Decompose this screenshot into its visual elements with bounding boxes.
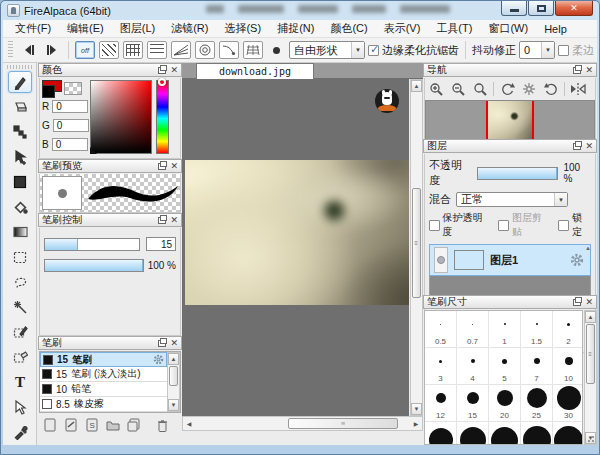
maximize-button[interactable]	[528, 1, 554, 16]
brush-row[interactable]: 15 笔刷	[40, 352, 167, 367]
scroll-up-icon[interactable]: ▲	[411, 80, 422, 92]
scroll-down-icon[interactable]: ▼	[168, 399, 179, 411]
brush-size-cell-partial[interactable]	[489, 422, 521, 445]
scroll-down-icon[interactable]: ▼	[411, 403, 422, 415]
brush-size-cell[interactable]: 1	[489, 311, 521, 348]
menu-select[interactable]: 选择(S)	[216, 19, 269, 38]
zoom-in-button[interactable]	[427, 81, 445, 97]
brush-size-cell[interactable]: 5	[489, 348, 521, 385]
close-panel-icon[interactable]: ✕	[585, 298, 593, 307]
menu-filter[interactable]: 滤镜(R)	[163, 19, 216, 38]
brush-list-scrollbar[interactable]: ▲ ▼	[167, 352, 180, 412]
float-panel-icon[interactable]	[158, 67, 166, 74]
g-input[interactable]: 0	[53, 119, 89, 132]
layer-row[interactable]: 图层1 ▲	[429, 244, 591, 276]
magic-wand-tool[interactable]	[8, 296, 32, 318]
brush-size-cell[interactable]: 7	[521, 348, 553, 385]
operation-tool[interactable]	[8, 396, 32, 418]
scrollbar-thumb[interactable]: ≡	[586, 324, 595, 384]
text-tool[interactable]: T	[8, 371, 32, 393]
close-panel-icon[interactable]: ✕	[170, 216, 178, 225]
select-pen-tool[interactable]	[8, 321, 32, 343]
brush-size-cell-partial[interactable]	[425, 422, 457, 445]
brush-size-scrollbar[interactable]: ▲ ≡ ▼	[584, 310, 597, 445]
canvas-vscrollbar[interactable]: ▲ ≡ ▼	[410, 79, 423, 416]
soft-edge-checkbox[interactable]: 柔边	[558, 43, 594, 58]
brush-size-cell[interactable]: 1.5	[521, 311, 553, 348]
lasso-tool[interactable]	[8, 271, 32, 293]
brush-size-cell[interactable]: 3	[425, 348, 457, 385]
document-tab[interactable]: download.jpg	[196, 63, 314, 79]
scrollbar-thumb[interactable]: ≡	[412, 188, 421, 298]
navigator-viewport[interactable]	[486, 101, 534, 139]
minimize-button[interactable]	[501, 1, 527, 16]
b-input[interactable]: 0	[52, 138, 88, 151]
lock-checkbox[interactable]: 锁定	[558, 211, 591, 239]
layer-opacity-slider[interactable]	[477, 167, 559, 180]
hue-slider[interactable]	[156, 80, 169, 154]
float-panel-icon[interactable]	[573, 299, 581, 306]
float-panel-icon[interactable]	[158, 217, 166, 224]
eyedropper-tool[interactable]	[8, 421, 32, 443]
scrollbar-thumb[interactable]	[169, 366, 178, 386]
redo-button[interactable]	[42, 41, 62, 59]
brush-opacity-slider[interactable]	[44, 259, 144, 272]
canvas-hscrollbar[interactable]: ◀ ≡ ▶	[182, 416, 423, 431]
brush-size-cell[interactable]: 12	[425, 385, 457, 422]
float-panel-icon[interactable]	[573, 143, 581, 150]
close-button[interactable]: ✕	[555, 1, 593, 16]
eraser-tool[interactable]	[8, 96, 32, 118]
gradient-tool[interactable]	[8, 221, 32, 243]
navigator-preview[interactable]	[425, 100, 595, 140]
smudge-tool[interactable]	[8, 121, 32, 143]
scroll-left-icon[interactable]: ◀	[183, 417, 195, 430]
brush-size-cell[interactable]: 20	[489, 385, 521, 422]
scroll-up-icon[interactable]: ▲	[585, 311, 596, 323]
brush-row[interactable]: 10 铅笔	[40, 382, 167, 397]
float-panel-icon[interactable]	[573, 67, 581, 74]
brush-size-cell[interactable]: 10	[553, 348, 583, 385]
edit-brush-button[interactable]	[63, 418, 78, 432]
saturation-value-picker[interactable]	[90, 80, 152, 154]
scrollbar-thumb[interactable]: ≡	[288, 418, 398, 429]
brush-size-cell[interactable]: 15	[457, 385, 489, 422]
brush-size-cell-partial[interactable]	[553, 422, 583, 445]
script-brush-button[interactable]: S	[84, 418, 99, 432]
close-panel-icon[interactable]: ✕	[585, 142, 593, 151]
snap-vanishing-button[interactable]	[171, 41, 191, 59]
tools-grip[interactable]	[7, 65, 32, 69]
snap-perspective-button[interactable]	[243, 41, 263, 59]
brush-size-cell-partial[interactable]	[521, 422, 553, 445]
snap-off-button[interactable]: off	[75, 41, 95, 59]
brush-folder-button[interactable]	[105, 418, 120, 432]
brush-size-slider[interactable]	[44, 238, 140, 251]
clipping-checkbox[interactable]: 图层剪贴	[498, 211, 550, 239]
menu-edit[interactable]: 编辑(E)	[59, 19, 112, 38]
fill-tool[interactable]	[8, 171, 32, 193]
layer-visibility-toggle[interactable]	[434, 247, 448, 273]
gear-icon[interactable]	[153, 354, 164, 365]
snap-curve-button[interactable]	[219, 41, 239, 59]
float-panel-icon[interactable]	[158, 163, 166, 170]
resize-grip[interactable]	[585, 433, 595, 443]
select-rect-tool[interactable]	[8, 246, 32, 268]
menu-snap[interactable]: 捕捉(N)	[269, 19, 322, 38]
brush-size-value[interactable]: 15	[146, 237, 176, 251]
rotate-cw-button[interactable]	[542, 81, 560, 97]
blend-select[interactable]: 正常 ▼	[456, 192, 568, 207]
gear-icon[interactable]	[570, 253, 584, 267]
snap-horizontal-button[interactable]	[147, 41, 167, 59]
shape-select[interactable]: 自由形状 ▼	[289, 41, 365, 59]
menu-help[interactable]: Help	[536, 21, 575, 37]
menu-view[interactable]: 表示(V)	[376, 19, 429, 38]
foreground-color-swatch[interactable]	[42, 85, 55, 98]
scroll-up-icon[interactable]: ▲	[168, 353, 179, 365]
move-tool[interactable]	[8, 146, 32, 168]
transparent-color-swatch[interactable]	[64, 82, 82, 95]
float-panel-icon[interactable]	[158, 340, 166, 347]
brush-size-cell[interactable]: 0.5	[425, 311, 457, 348]
delete-brush-button[interactable]	[155, 418, 170, 432]
brush-row[interactable]: 8.5 橡皮擦	[40, 397, 167, 412]
protect-alpha-checkbox[interactable]: 保护透明度	[429, 211, 490, 239]
brush-row[interactable]: 15 笔刷 (淡入淡出)	[40, 367, 167, 382]
